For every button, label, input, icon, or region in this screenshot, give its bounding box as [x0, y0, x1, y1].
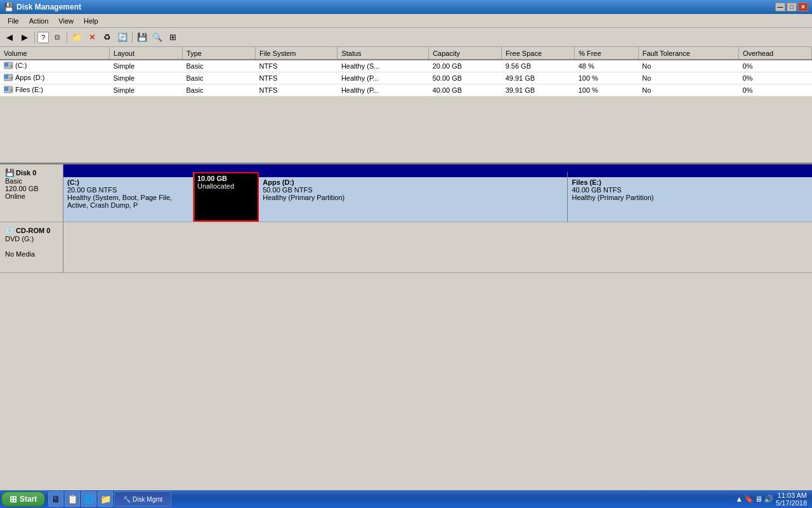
cell-pctfree: 100 % — [575, 84, 639, 97]
cell-faulttolerance: No — [638, 60, 738, 72]
disk0-size: 120.00 GB — [5, 185, 58, 192]
col-type[interactable]: Type — [183, 47, 256, 60]
table-row[interactable]: (C:) Simple Basic NTFS Healthy (S... 20.… — [0, 60, 812, 72]
disk-partition[interactable]: 10.00 GB Unallocated — [193, 172, 259, 222]
cell-pctfree: 48 % — [575, 60, 639, 72]
volume-list: Volume Layout Type File System Status Ca… — [0, 47, 812, 164]
volume-tbody: (C:) Simple Basic NTFS Healthy (S... 20.… — [0, 60, 812, 97]
cell-layout: Simple — [110, 84, 183, 97]
taskbar-clipboard[interactable]: 📋 — [65, 491, 80, 507]
tray-icons: ▲ 🔖 🖥 🔊 — [735, 495, 773, 504]
disk0-parts-row: (C:) 20.00 GB NTFS Healthy (System, Boot… — [63, 172, 812, 222]
taskbar-right: ▲ 🔖 🖥 🔊 11:03 AM 5/17/2018 — [735, 491, 811, 507]
part-status: Healthy (Primary Partition) — [572, 194, 653, 201]
clock: 11:03 AM 5/17/2018 — [776, 491, 807, 507]
svg-rect-7 — [4, 87, 8, 91]
cell-status: Healthy (S... — [337, 60, 429, 72]
disk0-status: Online — [5, 192, 58, 200]
title-bar-controls: — □ ✕ — [775, 3, 808, 11]
disk-partition[interactable]: Apps (D:) 50.00 GB NTFS Healthy (Primary… — [259, 172, 568, 222]
col-status[interactable]: Status — [337, 47, 429, 60]
title-bar: 💾 Disk Management — □ ✕ — [0, 0, 812, 14]
tray-icon-3: 🖥 — [755, 495, 763, 504]
col-faulttolerance[interactable]: Fault Tolerance — [638, 47, 738, 60]
part-status: Healthy (Primary Partition) — [263, 194, 344, 201]
part-name: (C:) — [67, 178, 79, 186]
taskbar-explorer[interactable]: 📁 — [98, 491, 113, 507]
menu-view[interactable]: View — [53, 16, 79, 26]
cdrom0-name: CD-ROM 0 — [16, 227, 50, 234]
part-status: Healthy (System, Boot, Page File, Active… — [67, 194, 172, 209]
delete-button[interactable]: ✕ — [85, 30, 99, 44]
col-overhead[interactable]: Overhead — [738, 47, 811, 60]
menu-action[interactable]: Action — [24, 16, 54, 26]
app-title: Disk Management — [16, 3, 81, 11]
toolbar-sep-2 — [67, 32, 67, 43]
rescan-button[interactable]: ♻ — [100, 30, 114, 44]
part-status: Unallocated — [197, 182, 254, 190]
col-pctfree[interactable]: % Free — [575, 47, 639, 60]
view-button[interactable]: ⊡ — [50, 30, 64, 44]
table-row[interactable]: Apps (D:) Simple Basic NTFS Healthy (P..… — [0, 72, 812, 84]
taskbar-disk-management[interactable]: 🔧 Disk Mgmt — [114, 491, 171, 507]
svg-point-8 — [10, 89, 13, 91]
col-filesystem[interactable]: File System — [256, 47, 337, 60]
disk0-label: 💾 Disk 0 Basic 120.00 GB Online — [0, 164, 63, 222]
disk-partition[interactable]: Files (E:) 40.00 GB NTFS Healthy (Primar… — [568, 172, 812, 222]
part-name: Apps (D:) — [263, 178, 294, 186]
cell-freespace: 49.91 GB — [502, 72, 575, 84]
col-volume[interactable]: Volume — [0, 47, 110, 60]
clock-date: 5/17/2018 — [776, 499, 807, 507]
tray-icon-4: 🔊 — [764, 495, 773, 504]
refresh-button[interactable]: 🔄 — [115, 30, 129, 44]
extra-button[interactable]: ⊞ — [166, 30, 180, 44]
taskbar: ⊞ Start 🖥 📋 🌐 📁 🔧 Disk Mgmt ▲ 🔖 🖥 🔊 11:0… — [0, 490, 812, 508]
cell-freespace: 9.56 GB — [502, 60, 575, 72]
menu-file[interactable]: File — [3, 16, 24, 26]
toolbar: ◀ ▶ ? ⊡ 📁 ✕ ♻ 🔄 💾 🔍 ⊞ — [0, 28, 812, 47]
part-size: 40.00 GB NTFS — [572, 186, 621, 194]
folder-button[interactable]: 📁 — [70, 30, 84, 44]
windows-icon: ⊞ — [10, 494, 17, 504]
table-row[interactable]: Files (E:) Simple Basic NTFS Healthy (P.… — [0, 84, 812, 97]
cdrom0-status: No Media — [5, 250, 58, 258]
col-freespace[interactable]: Free Space — [502, 47, 575, 60]
disk-partition[interactable]: (C:) 20.00 GB NTFS Healthy (System, Boot… — [63, 172, 193, 222]
forward-button[interactable]: ▶ — [18, 30, 32, 44]
cdrom0-drive: DVD (G:) — [5, 235, 58, 243]
search-button[interactable]: 🔍 — [150, 30, 164, 44]
cell-volume: (C:) — [0, 60, 110, 72]
cdrom0-row: 💿 CD-ROM 0 DVD (G:) No Media — [0, 222, 812, 273]
maximize-button[interactable]: □ — [787, 3, 797, 11]
cell-overhead: 0% — [738, 84, 811, 97]
cdrom0-content — [63, 222, 812, 272]
svg-rect-4 — [4, 75, 8, 79]
taskbar-computer[interactable]: 🖥 — [48, 491, 63, 507]
taskbar-browser[interactable]: 🌐 — [81, 491, 96, 507]
tray-icon-2: 🔖 — [744, 495, 754, 504]
cell-filesystem: NTFS — [256, 84, 337, 97]
menu-help[interactable]: Help — [79, 16, 103, 26]
back-button[interactable]: ◀ — [3, 30, 16, 44]
svg-rect-1 — [4, 63, 8, 67]
close-button[interactable]: ✕ — [798, 3, 808, 11]
menu-bar: File Action View Help — [0, 14, 812, 28]
volume-table: Volume Layout Type File System Status Ca… — [0, 47, 812, 97]
disk0-row: 💾 Disk 0 Basic 120.00 GB Online (C:) 20.… — [0, 164, 812, 222]
start-button[interactable]: ⊞ Start — [1, 491, 45, 507]
properties-button[interactable]: 💾 — [135, 30, 149, 44]
cell-filesystem: NTFS — [256, 60, 337, 72]
cell-overhead: 0% — [738, 72, 811, 84]
clock-time: 11:03 AM — [776, 491, 807, 499]
cell-freespace: 39.91 GB — [502, 84, 575, 97]
help-button[interactable]: ? — [37, 32, 49, 43]
minimize-button[interactable]: — — [775, 3, 785, 11]
col-capacity[interactable]: Capacity — [429, 47, 502, 60]
disk0-header-bar — [63, 164, 812, 172]
cell-type: Basic — [183, 60, 256, 72]
col-layout[interactable]: Layout — [110, 47, 183, 60]
cell-status: Healthy (P... — [337, 72, 429, 84]
cell-volume: Files (E:) — [0, 84, 110, 97]
cell-layout: Simple — [110, 60, 183, 72]
cell-overhead: 0% — [738, 60, 811, 72]
